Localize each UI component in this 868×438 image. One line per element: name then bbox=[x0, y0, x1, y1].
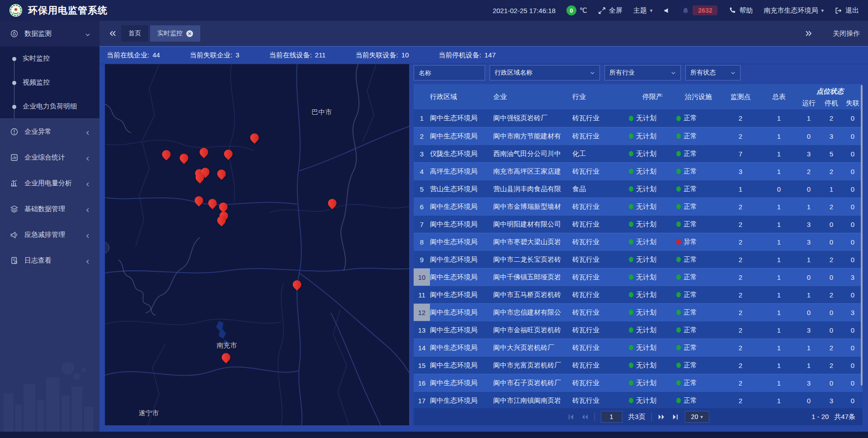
region-filter-select[interactable]: 行政区域名称 bbox=[490, 65, 600, 80]
table-row[interactable]: 10阆中生态环境局阆中千佛镇五郎垭页岩砖瓦行业无计划正常21003 bbox=[414, 268, 863, 286]
pagination-bar: 共3页 20 ▾ 1 - 20 共47条 bbox=[414, 408, 863, 425]
table-row[interactable]: 15阆中生态环境局阆中市光富页岩机砖厂砖瓦行业无计划正常21120 bbox=[414, 356, 863, 374]
tab-label: 首页 bbox=[128, 29, 141, 38]
industry-filter-select[interactable]: 所有行业 bbox=[604, 65, 681, 80]
tab-0[interactable]: 首页 bbox=[121, 25, 148, 42]
location-pin-icon[interactable] bbox=[217, 216, 226, 225]
logout-button[interactable]: 退出 bbox=[835, 6, 859, 15]
cell-disconnected: 0 bbox=[843, 150, 863, 158]
help-button[interactable]: 帮助 bbox=[728, 6, 753, 15]
main-area: 首页实时监控✕ 关闭操作 当前在线企业:44当前失联企业:3当前在线设备:211… bbox=[99, 21, 868, 432]
cell-stopped: 2 bbox=[820, 114, 843, 122]
status-text: 正常 bbox=[684, 132, 697, 141]
sidebar-item-1[interactable]: 企业异常 bbox=[0, 119, 99, 145]
location-pin-icon[interactable] bbox=[195, 173, 204, 182]
table-row[interactable]: 8阆中生态环境局阆中市枣碧大梁山页岩砖瓦行业无计划异常21300 bbox=[414, 233, 863, 250]
table-row[interactable]: 17阆中生态环境局阆中市江南镇阆南页岩砖瓦行业无计划正常21030 bbox=[414, 391, 863, 408]
status-text: 正常 bbox=[684, 185, 697, 193]
location-pin-icon[interactable] bbox=[250, 133, 259, 142]
table-row[interactable]: 13阆中生态环境局阆中市金福旺页岩机砖砖瓦行业无计划正常21300 bbox=[414, 321, 863, 339]
table-row[interactable]: 7阆中生态环境局阆中明阳建材有限公司砖瓦行业无计划正常21300 bbox=[414, 215, 863, 233]
status-dot-green bbox=[629, 186, 633, 192]
stat-label: 当前在线设备: bbox=[269, 51, 311, 60]
table-row[interactable]: 11阆中生态环境局阆中市五马桥页岩机砖砖瓦行业无计划正常21120 bbox=[414, 286, 863, 303]
chevron-left-icon bbox=[85, 181, 90, 186]
table-row[interactable]: 4高坪生态环境局南充市高坪区王家店建砖瓦行业无计划正常31220 bbox=[414, 162, 863, 180]
location-pin-icon[interactable] bbox=[222, 353, 230, 362]
location-pin-icon[interactable] bbox=[179, 154, 188, 162]
cell-monitor-points: 2 bbox=[721, 362, 760, 369]
close-operations-button[interactable]: 关闭操作 bbox=[833, 29, 860, 38]
tab-close-icon[interactable]: ✕ bbox=[186, 30, 193, 37]
sidebar-subitem-0-2[interactable]: 企业电力负荷明细 bbox=[0, 94, 99, 118]
table-row[interactable]: 12阆中生态环境局阆中市忠信建材有限公砖瓦行业无计划正常21003 bbox=[414, 303, 863, 321]
sidebar-item-2[interactable]: 企业综合统计 bbox=[0, 145, 99, 170]
mute-speaker-icon[interactable] bbox=[663, 7, 671, 14]
tabs-scroll-left-icon[interactable] bbox=[108, 29, 117, 38]
cell-disconnected: 0 bbox=[843, 132, 863, 140]
sidebar-item-3[interactable]: 企业用电量分析 bbox=[0, 170, 99, 196]
phone-icon bbox=[728, 7, 736, 14]
sidebar-item-5[interactable]: 应急减排管理 bbox=[0, 222, 99, 248]
status-filter-select[interactable]: 所有状态 bbox=[685, 65, 741, 80]
cell-industry: 砖瓦行业 bbox=[572, 291, 629, 299]
theme-button[interactable]: 主题 ▾ bbox=[633, 6, 653, 15]
status-text: 正常 bbox=[684, 167, 697, 176]
location-pin-icon[interactable] bbox=[208, 199, 217, 207]
location-pin-icon[interactable] bbox=[199, 148, 208, 156]
table-row[interactable]: 2阆中生态环境局阆中市南方节能建材有砖瓦行业无计划正常21030 bbox=[414, 127, 863, 145]
page-size-select[interactable]: 20 ▾ bbox=[685, 411, 709, 423]
cell-total-meters: 1 bbox=[760, 238, 797, 246]
tabs-scroll-right-icon[interactable] bbox=[805, 29, 813, 38]
cell-total-meters: 1 bbox=[760, 326, 797, 334]
table-row[interactable]: 3仪陇生态环境局西南油气田分公司川中化工无计划正常71350 bbox=[414, 145, 863, 162]
name-filter-input[interactable] bbox=[414, 65, 485, 80]
status-text: 正常 bbox=[684, 326, 697, 334]
log-file-icon bbox=[10, 256, 19, 265]
prev-page-icon[interactable] bbox=[580, 413, 588, 421]
next-page-icon[interactable] bbox=[658, 413, 665, 421]
alarm-counter[interactable]: 2632 bbox=[682, 5, 717, 15]
cell-industry: 砖瓦行业 bbox=[572, 114, 629, 122]
sidebar-subitem-0-1[interactable]: 视频监控 bbox=[0, 71, 99, 94]
caret-down-icon: ▾ bbox=[700, 414, 703, 420]
location-pin-icon[interactable] bbox=[217, 170, 226, 178]
last-page-icon[interactable] bbox=[671, 413, 679, 421]
table-row[interactable]: 9阆中生态环境局阆中市二龙长宝页岩砖砖瓦行业无计划正常21120 bbox=[414, 250, 863, 268]
cell-treatment-facility: 正常 bbox=[676, 273, 721, 282]
tab-1[interactable]: 实时监控✕ bbox=[150, 25, 200, 42]
location-pin-icon[interactable] bbox=[293, 280, 302, 289]
page-number-input[interactable] bbox=[600, 411, 622, 423]
cell-treatment-facility: 正常 bbox=[676, 167, 721, 176]
status-dot-green bbox=[629, 380, 633, 386]
cell-index: 12 bbox=[414, 304, 430, 321]
table-row[interactable]: 14阆中生态环境局阆中大兴页岩机砖厂砖瓦行业无计划正常21120 bbox=[414, 339, 863, 356]
location-pin-icon[interactable] bbox=[224, 150, 233, 158]
col-subheader-0: 运行 bbox=[797, 97, 820, 109]
map-panel[interactable]: 巴中市南充市遂宁市 bbox=[105, 64, 409, 425]
total-pages: 共3页 bbox=[628, 413, 645, 421]
logout-icon bbox=[835, 7, 842, 14]
location-pin-icon[interactable] bbox=[219, 203, 227, 211]
sidebar-subitem-0-0[interactable]: 实时监控 bbox=[0, 47, 99, 71]
table-row[interactable]: 6阆中生态环境局阆中市金博瑞新型墙材砖瓦行业无计划正常21120 bbox=[414, 198, 863, 215]
location-pin-icon[interactable] bbox=[162, 150, 170, 159]
status-text: 无计划 bbox=[636, 396, 656, 405]
table-scrollbar-thumb[interactable] bbox=[861, 85, 863, 386]
table-row[interactable]: 5营山生态环境局营山县润丰肉食品有限食品无计划正常10010 bbox=[414, 180, 863, 198]
table-row[interactable]: 16阆中生态环境局阆中市石子页岩机砖厂砖瓦行业无计划正常21300 bbox=[414, 374, 863, 391]
fullscreen-button[interactable]: 全屏 bbox=[598, 6, 623, 15]
city-label: 巴中市 bbox=[311, 108, 332, 117]
sidebar-item-0[interactable]: 数据监测 bbox=[0, 21, 99, 47]
cell-stopped: 1 bbox=[820, 185, 843, 193]
status-dot-green bbox=[629, 133, 633, 139]
table-row[interactable]: 1阆中生态环境局阆中强锐页岩砖厂砖瓦行业无计划正常21120 bbox=[414, 109, 863, 127]
sidebar-item-4[interactable]: 基础数据管理 bbox=[0, 196, 99, 222]
sidebar-item-label: 数据监测 bbox=[24, 29, 52, 38]
org-menu[interactable]: 南充市生态环境局 ▾ bbox=[764, 6, 824, 15]
location-pin-icon[interactable] bbox=[194, 196, 203, 205]
sidebar-item-6[interactable]: 日志查看 bbox=[0, 248, 99, 273]
location-pin-icon[interactable] bbox=[328, 199, 336, 207]
first-page-icon[interactable] bbox=[567, 413, 575, 421]
cell-region: 阆中生态环境局 bbox=[430, 273, 493, 282]
